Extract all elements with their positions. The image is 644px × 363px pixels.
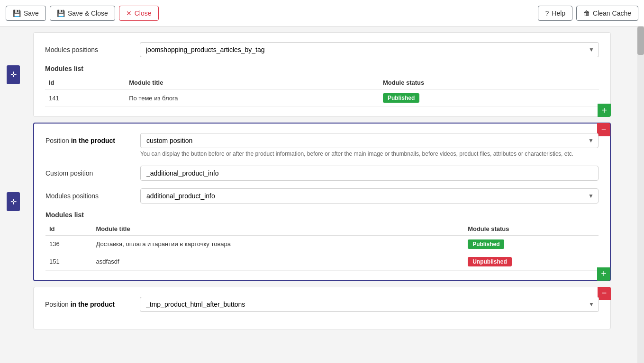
status-badge: Unpublished xyxy=(468,257,512,266)
help-button[interactable]: ? Help xyxy=(538,6,572,21)
save-icon: 💾 xyxy=(13,9,21,17)
save-close-icon: 💾 xyxy=(57,9,65,17)
save-button[interactable]: 💾 Save xyxy=(6,6,46,21)
toolbar: 💾 Save 💾 Save & Close ✕ Close ? Help 🗑 C… xyxy=(0,0,644,27)
clean-cache-label: Clean Cache xyxy=(593,9,631,17)
custom-position-input-2[interactable] xyxy=(140,166,599,181)
close-label: Close xyxy=(135,9,152,17)
module-status: Published xyxy=(464,235,599,253)
remove-button-3[interactable]: − xyxy=(598,287,611,300)
section1-card: Modules positions joomshopping_products_… xyxy=(33,32,611,117)
position-select-3[interactable]: _tmp_product_html_after_buttons xyxy=(140,297,599,312)
modules-positions-label-2: Modules positions xyxy=(45,188,140,200)
module-id: 141 xyxy=(45,89,125,107)
close-icon: ✕ xyxy=(126,9,132,17)
module-title: По теме из блога xyxy=(125,89,379,107)
module-id: 136 xyxy=(45,235,92,253)
position-label-2: Position in the product xyxy=(45,133,140,144)
table-row: 151 asdfasdf Unpublished xyxy=(45,253,599,270)
col-id-1: Id xyxy=(45,76,125,89)
table-row: 136 Доставка, оплата и гарантии в карточ… xyxy=(45,235,599,253)
modules-positions-control-1: joomshopping_products_articles_by_tag xyxy=(140,42,599,57)
toolbar-left: 💾 Save 💾 Save & Close ✕ Close xyxy=(6,6,159,21)
save-label: Save xyxy=(24,9,39,17)
modules-positions-select-1[interactable]: joomshopping_products_articles_by_tag xyxy=(140,42,599,57)
modules-positions-label-1: Modules positions xyxy=(45,42,140,53)
main-content: ✛ Modules positions joomshopping_product… xyxy=(0,27,644,363)
status-badge: Published xyxy=(383,93,419,103)
drag-handle-2[interactable]: ✛ xyxy=(7,192,20,211)
add-button-2[interactable]: + xyxy=(597,267,610,281)
save-close-label: Save & Close xyxy=(68,9,108,17)
module-id: 151 xyxy=(45,253,92,270)
position-control-3: _tmp_product_html_after_buttons xyxy=(140,297,599,312)
custom-position-label-2: Custom position xyxy=(45,166,140,177)
modules-positions-row-1: Modules positions joomshopping_products_… xyxy=(45,42,599,57)
col-id-2: Id xyxy=(45,222,92,236)
module-title: Доставка, оплата и гарантии в карточку т… xyxy=(92,235,464,253)
module-status: Unpublished xyxy=(464,253,599,270)
modules-list-label-2: Modules list xyxy=(45,211,599,219)
position-row-3: Position in the product _tmp_product_htm… xyxy=(45,297,599,312)
custom-position-control-2 xyxy=(140,166,599,181)
module-status: Published xyxy=(379,89,599,107)
scrollbar[interactable] xyxy=(637,27,644,363)
modules-positions-row-2: Modules positions additional_product_inf… xyxy=(45,188,599,204)
toolbar-right: ? Help 🗑 Clean Cache xyxy=(538,6,638,21)
status-badge: Published xyxy=(468,239,504,249)
trash-icon: 🗑 xyxy=(583,9,590,17)
drag-handle-1[interactable]: ✛ xyxy=(7,65,20,84)
col-title-1: Module title xyxy=(125,76,379,89)
section3-wrapper: − Position in the product _tmp_product_h… xyxy=(24,287,620,329)
clean-cache-button[interactable]: 🗑 Clean Cache xyxy=(576,6,638,21)
modules-positions-control-2: additional_product_info xyxy=(140,188,599,204)
col-status-1: Module status xyxy=(379,76,599,89)
table-row: 141 По теме из блога Published xyxy=(45,89,599,107)
add-button-1[interactable]: + xyxy=(598,104,611,117)
save-close-button[interactable]: 💾 Save & Close xyxy=(50,6,115,21)
modules-positions-select-2[interactable]: additional_product_info xyxy=(140,188,599,204)
modules-table-2: Id Module title Module status 136 Достав… xyxy=(45,222,599,271)
modules-table-1: Id Module title Module status 141 По тем… xyxy=(45,76,599,107)
position-select-2[interactable]: custom position xyxy=(140,133,599,148)
position-hint-2: You can display the button before or aft… xyxy=(140,150,599,158)
section2-wrapper: ✛ − Position in the product custom posit… xyxy=(24,123,620,281)
position-label-3: Position in the product xyxy=(45,297,140,308)
col-title-2: Module title xyxy=(92,222,464,236)
module-title: asdfasdf xyxy=(92,253,464,270)
position-control-2: custom position You can display the butt… xyxy=(140,133,599,158)
section3-card: − Position in the product _tmp_product_h… xyxy=(33,287,611,329)
help-icon: ? xyxy=(545,9,549,17)
col-status-2: Module status xyxy=(464,222,599,236)
section2-card: − Position in the product custom positio… xyxy=(33,123,611,281)
scrollbar-thumb[interactable] xyxy=(637,27,644,55)
modules-list-label-1: Modules list xyxy=(45,65,599,72)
close-button[interactable]: ✕ Close xyxy=(119,6,159,21)
remove-button-2[interactable]: − xyxy=(597,123,610,136)
help-label: Help xyxy=(552,9,565,17)
position-row-2: Position in the product custom position … xyxy=(45,133,599,158)
custom-position-row-2: Custom position xyxy=(45,166,599,181)
section1-wrapper: ✛ Modules positions joomshopping_product… xyxy=(24,32,620,117)
